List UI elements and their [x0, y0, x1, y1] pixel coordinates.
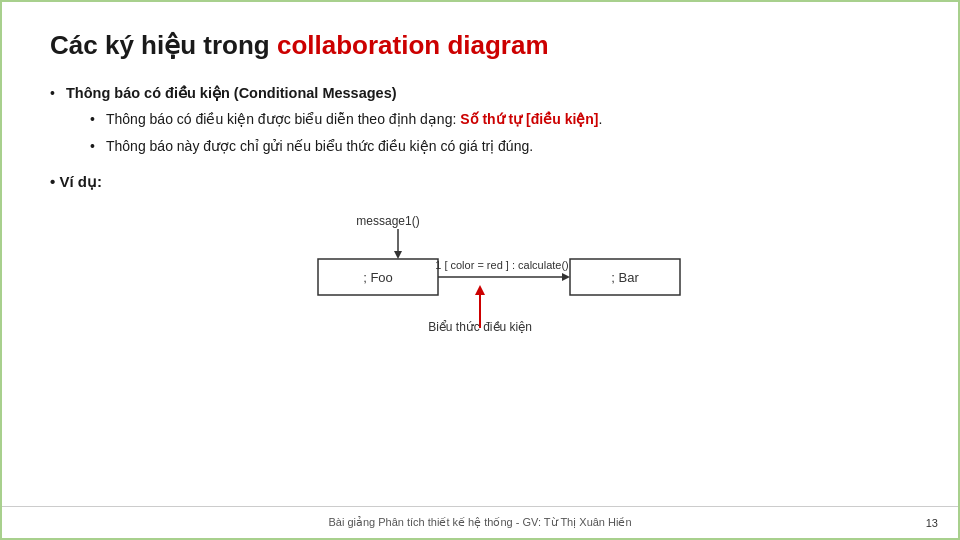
- sub-bullet-2: Thông báo này được chỉ gửi nếu biểu thức…: [90, 136, 910, 158]
- caption-arrow-head: [475, 285, 485, 295]
- sub1-text-after: .: [599, 111, 603, 127]
- footer-text: Bài giảng Phân tích thiết kế hệ thống - …: [2, 516, 958, 529]
- message1-arrow-head: [394, 251, 402, 259]
- page-title: Các ký hiệu trong collaboration diagram: [50, 30, 910, 61]
- message1-label: message1(): [356, 214, 419, 228]
- sub2-text: Thông báo này được chỉ gửi nếu biểu thức…: [106, 138, 533, 154]
- diagram-container: message1() ; Foo 1 [ color = red ] : cal…: [50, 203, 910, 333]
- bar-label: ; Bar: [611, 270, 639, 285]
- section1-sub-list: Thông báo có điều kiện được biểu diễn th…: [66, 109, 910, 157]
- section1-heading: Thông báo có điều kiện (Conditional Mess…: [66, 85, 397, 101]
- condition-label: 1 [ color = red ] : calculate(): [435, 259, 569, 271]
- main-content: Các ký hiệu trong collaboration diagram …: [2, 2, 958, 506]
- diagram-svg: message1() ; Foo 1 [ color = red ] : cal…: [210, 203, 750, 333]
- footer: Bài giảng Phân tích thiết kế hệ thống - …: [2, 506, 958, 538]
- section1-heading-item: Thông báo có điều kiện (Conditional Mess…: [50, 83, 910, 157]
- section1-list: Thông báo có điều kiện (Conditional Mess…: [50, 83, 910, 157]
- example-label: • Ví dụ:: [50, 173, 910, 191]
- message-arrow-head: [562, 273, 570, 281]
- sub1-text-before: Thông báo có điều kiện được biểu diễn th…: [106, 111, 460, 127]
- title-part2: collaboration diagram: [277, 30, 549, 60]
- example-section: • Ví dụ: message1() ; Foo 1 [ color =: [50, 173, 910, 333]
- foo-label: ; Foo: [363, 270, 393, 285]
- sub1-text-red: Số thứ tự [điều kiện]: [460, 111, 598, 127]
- footer-page: 13: [926, 517, 938, 529]
- title-part1: Các ký hiệu trong: [50, 30, 277, 60]
- sub-bullet-1: Thông báo có điều kiện được biểu diễn th…: [90, 109, 910, 131]
- caption-text: Biểu thức điều kiện: [428, 320, 532, 333]
- page: Các ký hiệu trong collaboration diagram …: [0, 0, 960, 540]
